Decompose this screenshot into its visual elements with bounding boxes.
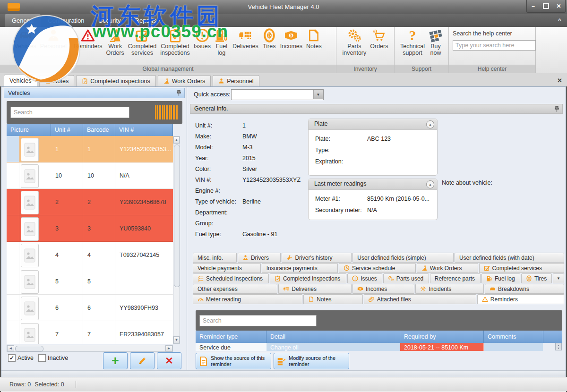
table-row[interactable]: 77ER23394083057 bbox=[7, 321, 173, 344]
ribbon-vehicles[interactable]: Vehicles bbox=[12, 28, 38, 50]
ribbon-completed-services[interactable]: Completed services bbox=[126, 28, 158, 56]
table-row[interactable]: 44T09327042145 bbox=[7, 242, 173, 268]
maximize-button[interactable] bbox=[540, 0, 552, 12]
menu-security[interactable]: Security bbox=[92, 14, 128, 27]
ribbon-fuel-log[interactable]: Fuel log bbox=[213, 28, 231, 56]
reminders-search-input[interactable] bbox=[199, 315, 317, 326]
menu-configuration[interactable]: Configuration bbox=[41, 14, 91, 27]
menu-reports[interactable]: Reports bbox=[128, 14, 164, 27]
detail-tab-tires[interactable]: Tires bbox=[521, 273, 552, 283]
horizontal-scroll-thumb[interactable] bbox=[15, 346, 43, 352]
detail-tab-work-orders[interactable]: Work Orders bbox=[417, 263, 478, 273]
detail-tab-other-expenses[interactable]: Other expenses bbox=[193, 284, 277, 294]
row-selector-gutter[interactable] bbox=[7, 242, 19, 268]
column-header-vin[interactable]: VIN # bbox=[115, 124, 173, 136]
detail-tab-breakdowns[interactable]: Breakdowns bbox=[485, 284, 564, 294]
active-checkbox[interactable]: ✓ bbox=[8, 354, 16, 362]
detail-tab-reference-parts[interactable]: Reference parts bbox=[430, 273, 481, 283]
tab-notes[interactable]: Notes bbox=[39, 75, 75, 86]
reminder-column-detail[interactable]: Detail bbox=[266, 331, 400, 343]
picture-placeholder[interactable] bbox=[21, 270, 39, 294]
tab-personnel[interactable]: Personnel bbox=[213, 75, 259, 86]
ribbon-incomes[interactable]: $Incomes bbox=[278, 28, 304, 50]
tab-work-orders[interactable]: Work Orders bbox=[158, 75, 211, 86]
picture-placeholder[interactable] bbox=[21, 323, 39, 344]
row-selector-gutter[interactable] bbox=[7, 215, 19, 241]
picture-placeholder[interactable] bbox=[21, 191, 39, 214]
pin-icon[interactable] bbox=[176, 90, 181, 99]
detail-tab-user-defined-fields-with-date[interactable]: User defined fields (with date) bbox=[455, 253, 564, 263]
detail-tab-completed-inspections[interactable]: Completed inspections bbox=[270, 273, 346, 283]
row-selector-gutter[interactable] bbox=[7, 268, 19, 294]
scroll-down-icon[interactable]: ▼ bbox=[173, 336, 180, 343]
detail-tab-deliveries[interactable]: Deliveries bbox=[278, 284, 352, 294]
ribbon-completed-inspections[interactable]: Completed inspections bbox=[158, 28, 192, 56]
row-selector-gutter[interactable] bbox=[7, 295, 19, 321]
table-row[interactable]: 55 bbox=[7, 268, 173, 295]
ribbon-buy-now[interactable]: Buy now bbox=[427, 28, 445, 56]
vehicles-search-input[interactable] bbox=[10, 107, 129, 118]
picture-placeholder[interactable] bbox=[21, 164, 39, 188]
detail-tab-completed-services[interactable]: Completed services bbox=[479, 263, 564, 273]
ribbon-tires[interactable]: Tires bbox=[260, 28, 278, 50]
detail-tab-issues[interactable]: Issues bbox=[347, 273, 382, 283]
column-header-unit[interactable]: Unit # bbox=[51, 124, 83, 136]
detail-tab-incomes[interactable]: $Incomes bbox=[352, 284, 414, 294]
ribbon-parts-inventory[interactable]: Parts inventory bbox=[341, 28, 369, 56]
detail-tab-vehicle-payments[interactable]: Vehicle payments bbox=[193, 263, 261, 273]
collapse-up-icon[interactable]: ▲ bbox=[426, 180, 434, 188]
detail-tab-parts-used[interactable]: Parts used bbox=[383, 273, 429, 283]
detail-tab-incidents[interactable]: Incidents bbox=[415, 284, 484, 294]
help-search-input[interactable] bbox=[453, 40, 536, 51]
detail-tab-scheduled-inspections[interactable]: Scheduled inspections bbox=[193, 273, 269, 283]
table-row[interactable]: 66YY98390FH93 bbox=[7, 295, 173, 321]
quick-access-combobox[interactable]: ▼ bbox=[231, 89, 324, 100]
table-row[interactable]: 22Y2390234568678 bbox=[7, 189, 173, 215]
ribbon-personnel[interactable]: Personnel bbox=[38, 28, 69, 50]
reminder-column-required-by[interactable]: Required by bbox=[400, 331, 484, 343]
row-selector-gutter[interactable] bbox=[7, 189, 19, 215]
minimize-button[interactable]: – bbox=[527, 0, 540, 12]
chevron-down-icon[interactable]: ▼ bbox=[313, 90, 323, 99]
barcode-icon[interactable] bbox=[155, 105, 178, 119]
close-tab-icon[interactable]: ✕ bbox=[557, 77, 562, 84]
detail-tab-service-schedule[interactable]: Service schedule bbox=[339, 263, 416, 273]
ribbon-issues[interactable]: Issues bbox=[192, 28, 213, 50]
picture-placeholder[interactable] bbox=[21, 297, 39, 320]
delete-vehicle-button[interactable]: ✕ bbox=[157, 352, 181, 369]
reminder-row[interactable]: Service dueChange oil2018-05-21 -- 85100… bbox=[196, 343, 562, 351]
detail-tab-insurance-payments[interactable]: Insurance payments bbox=[262, 263, 338, 273]
picture-placeholder[interactable] bbox=[21, 138, 39, 162]
ribbon-orders[interactable]: $Orders bbox=[368, 28, 390, 50]
collapse-up-icon[interactable]: ▲ bbox=[426, 120, 434, 128]
vertical-scroll-thumb[interactable] bbox=[174, 145, 180, 287]
table-row[interactable]: 11Y1234523035353... bbox=[7, 136, 173, 162]
ribbon-collapse-icon[interactable]: ^ bbox=[558, 17, 561, 24]
inactive-checkbox[interactable] bbox=[38, 354, 46, 362]
detail-tab-user-defined-fields-simple[interactable]: User defined fields (simple) bbox=[352, 253, 454, 263]
detail-tab-drivers[interactable]: Drivers bbox=[238, 253, 281, 263]
reminders-mini-scrollbar[interactable]: ▲▼ bbox=[555, 343, 562, 350]
menu-general[interactable]: General bbox=[5, 14, 41, 27]
row-selector-gutter[interactable] bbox=[7, 321, 19, 344]
pin-icon[interactable] bbox=[554, 106, 559, 115]
reminder-column-reminder-type[interactable]: Reminder type bbox=[196, 331, 266, 343]
ribbon-notes[interactable]: Notes bbox=[304, 28, 324, 50]
ribbon-reminders[interactable]: Reminders bbox=[72, 28, 104, 50]
picture-placeholder[interactable] bbox=[21, 217, 39, 241]
tab-overflow-icon[interactable]: ▼ bbox=[553, 273, 564, 283]
close-button[interactable]: ✕ bbox=[552, 0, 565, 12]
scroll-up-icon[interactable]: ▲ bbox=[173, 136, 180, 144]
table-row[interactable]: 1010N/A bbox=[7, 162, 173, 189]
detail-tab-reminders[interactable]: Reminders bbox=[477, 294, 564, 304]
picture-placeholder[interactable] bbox=[21, 244, 39, 267]
tab-vehicles[interactable]: Vehicles bbox=[4, 75, 37, 86]
tab-completed-inspections[interactable]: Completed inspections bbox=[76, 75, 155, 86]
show-reminder-source-button[interactable]: Show the source of this reminder bbox=[196, 353, 271, 369]
reminder-column-comments[interactable]: Comments bbox=[484, 331, 543, 343]
detail-tab-meter-reading[interactable]: Meter reading bbox=[193, 294, 302, 304]
detail-tab-notes[interactable]: Notes bbox=[303, 294, 362, 304]
column-header-barcode[interactable]: Barcode bbox=[83, 124, 115, 136]
edit-vehicle-button[interactable] bbox=[130, 352, 155, 369]
detail-tab-misc-info[interactable]: Misc. info. bbox=[193, 253, 237, 263]
